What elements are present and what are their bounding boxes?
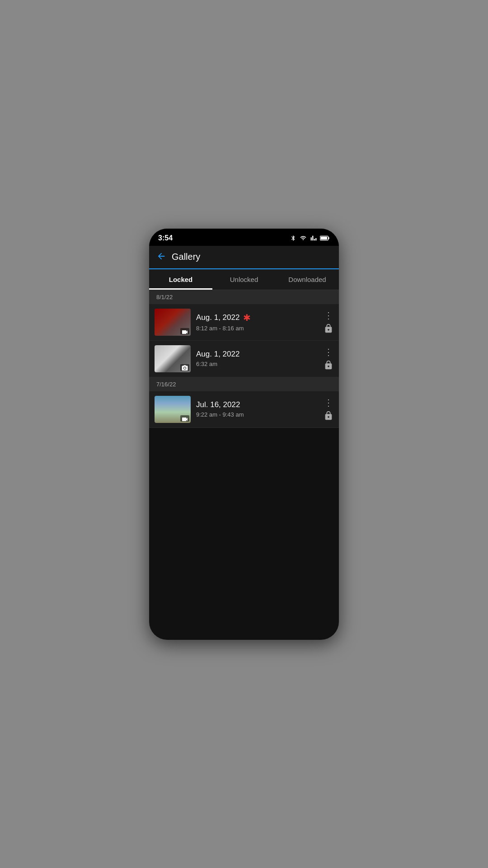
- gallery-item[interactable]: Aug. 1, 2022 6:32 am ⋮: [149, 341, 339, 377]
- thumbnail-1: [155, 309, 191, 336]
- back-button[interactable]: [156, 251, 166, 263]
- phone-shell: 3:54 Gallery Locked Unlocked Downloaded: [149, 229, 339, 640]
- video-icon-badge-2: [180, 415, 189, 422]
- date-header-1: 8/1/22: [149, 290, 339, 304]
- item-actions-2: ⋮: [324, 347, 333, 370]
- item-time-1: 8:12 am - 8:16 am: [196, 325, 318, 332]
- bluetooth-icon: [290, 234, 296, 242]
- gallery-item[interactable]: Jul. 16, 2022 9:22 am - 9:43 am ⋮: [149, 391, 339, 428]
- item-time-2: 6:32 am: [196, 361, 318, 367]
- status-icons: [290, 234, 330, 242]
- item-date-2: Aug. 1, 2022: [196, 350, 318, 359]
- item-time-3: 9:22 am - 9:43 am: [196, 411, 318, 418]
- tab-locked[interactable]: Locked: [149, 269, 212, 290]
- status-bar: 3:54: [149, 229, 339, 246]
- item-date-3: Jul. 16, 2022: [196, 400, 318, 409]
- item-info-1: Aug. 1, 2022 ✱ 8:12 am - 8:16 am: [191, 312, 324, 332]
- gallery-content: 8/1/22 Aug. 1, 2022 ✱ 8:12 am - 8:16 am …: [149, 290, 339, 428]
- more-button-1[interactable]: ⋮: [324, 311, 333, 320]
- item-actions-3: ⋮: [324, 398, 333, 421]
- more-button-3[interactable]: ⋮: [324, 398, 333, 407]
- date-header-2: 7/16/22: [149, 377, 339, 391]
- camera-icon-badge: [180, 364, 189, 371]
- svg-rect-2: [320, 236, 327, 239]
- battery-icon: [320, 235, 330, 241]
- star-badge-1: ✱: [243, 312, 251, 323]
- lock-icon-2: [324, 360, 333, 370]
- page-title: Gallery: [172, 252, 200, 262]
- item-actions-1: ⋮: [324, 311, 333, 333]
- thumbnail-2: [155, 345, 191, 372]
- wifi-icon: [299, 235, 307, 241]
- app-header: Gallery: [149, 246, 339, 269]
- lock-icon-3: [324, 411, 333, 421]
- svg-rect-1: [328, 237, 329, 239]
- tab-downloaded[interactable]: Downloaded: [276, 269, 339, 290]
- item-date-1: Aug. 1, 2022 ✱: [196, 312, 318, 323]
- thumbnail-3: [155, 396, 191, 423]
- video-icon-badge: [180, 328, 189, 334]
- tabs-container: Locked Unlocked Downloaded: [149, 269, 339, 290]
- lock-icon-1: [324, 324, 333, 333]
- status-time: 3:54: [158, 234, 173, 242]
- tab-unlocked[interactable]: Unlocked: [212, 269, 276, 290]
- item-info-3: Jul. 16, 2022 9:22 am - 9:43 am: [191, 400, 324, 418]
- gallery-item[interactable]: Aug. 1, 2022 ✱ 8:12 am - 8:16 am ⋮: [149, 304, 339, 341]
- signal-icon: [310, 235, 317, 241]
- item-info-2: Aug. 1, 2022 6:32 am: [191, 350, 324, 367]
- more-button-2[interactable]: ⋮: [324, 347, 333, 357]
